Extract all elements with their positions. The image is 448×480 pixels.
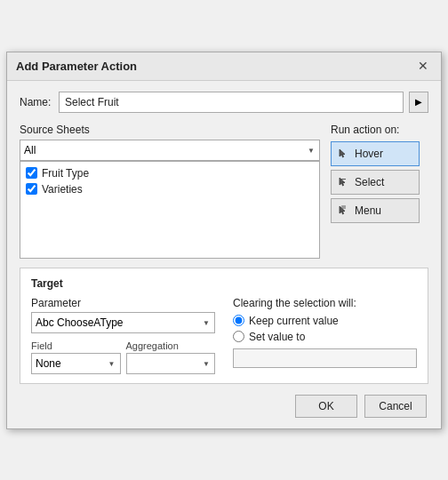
hover-label: Hover [355,148,383,160]
name-label: Name: [20,96,53,108]
field-sub-label: Field [31,340,121,351]
source-sheets-dropdown-wrapper: All [20,140,320,161]
svg-rect-1 [341,205,346,206]
varieties-label: Varieties [42,183,83,196]
aggregation-dropdown[interactable] [126,353,216,374]
field-dropdown-wrapper: None [31,353,121,374]
add-parameter-action-dialog: Add Parameter Action ✕ Name: ▶ Source Sh… [6,52,442,429]
svg-rect-2 [341,207,346,208]
fruit-type-label: Fruit Type [42,167,89,180]
field-aggr-row: Field None Aggregation [31,340,215,374]
footer-buttons: OK Cancel [20,391,428,420]
parameter-dropdown-wrapper: Abc ChooseAType [31,312,215,333]
parameter-label: Parameter [31,297,215,309]
select-button[interactable]: Select [331,170,420,195]
name-input[interactable] [59,92,404,113]
aggregation-item: Aggregation [126,340,216,374]
varieties-checkbox[interactable] [26,183,37,195]
aggregation-sub-label: Aggregation [126,340,216,351]
target-label: Target [31,277,417,290]
source-section: Source Sheets All Fruit Type Varieties [20,124,428,259]
keep-current-label: Keep current value [249,315,339,327]
run-action-section: Run action on: Hover Select [331,124,428,259]
name-arrow-button[interactable]: ▶ [409,92,428,113]
svg-rect-0 [340,179,346,180]
hover-icon [337,148,349,160]
menu-icon [337,204,349,217]
sheets-list: Fruit Type Varieties [20,161,320,259]
title-bar: Add Parameter Action ✕ [7,52,441,81]
set-value-label: Set value to [249,331,305,343]
target-left: Parameter Abc ChooseAType Field None [31,297,215,374]
close-button[interactable]: ✕ [414,60,432,72]
list-item[interactable]: Fruit Type [24,165,316,181]
menu-button[interactable]: Menu [331,198,420,223]
keep-current-row: Keep current value [233,315,417,327]
source-left: Source Sheets All Fruit Type Varieties [20,124,320,259]
select-icon [337,176,349,188]
ok-button[interactable]: OK [295,395,357,418]
target-section: Target Parameter Abc ChooseAType Field [20,268,428,384]
cancel-button[interactable]: Cancel [364,395,427,418]
set-value-input[interactable] [233,348,417,368]
field-item: Field None [31,340,121,374]
keep-current-radio[interactable] [233,315,244,326]
run-action-label: Run action on: [331,124,428,136]
select-label: Select [355,176,384,188]
hover-button[interactable]: Hover [331,141,420,166]
source-sheets-dropdown[interactable]: All [20,140,320,161]
aggregation-dropdown-wrapper [126,353,216,374]
dialog-title: Add Parameter Action [16,60,137,73]
set-value-row: Set value to [233,331,417,343]
field-dropdown[interactable]: None [31,353,121,374]
target-body: Parameter Abc ChooseAType Field None [31,297,417,374]
clearing-label: Clearing the selection will: [233,297,417,309]
menu-label: Menu [355,204,381,217]
set-value-radio[interactable] [233,331,244,342]
fruit-type-checkbox[interactable] [26,167,37,179]
target-right: Clearing the selection will: Keep curren… [233,297,417,374]
name-row: Name: ▶ [20,92,428,113]
dialog-body: Name: ▶ Source Sheets All Fruit Type [7,81,441,428]
parameter-dropdown[interactable]: Abc ChooseAType [31,312,215,333]
source-sheets-label: Source Sheets [20,124,320,136]
list-item[interactable]: Varieties [24,181,316,197]
